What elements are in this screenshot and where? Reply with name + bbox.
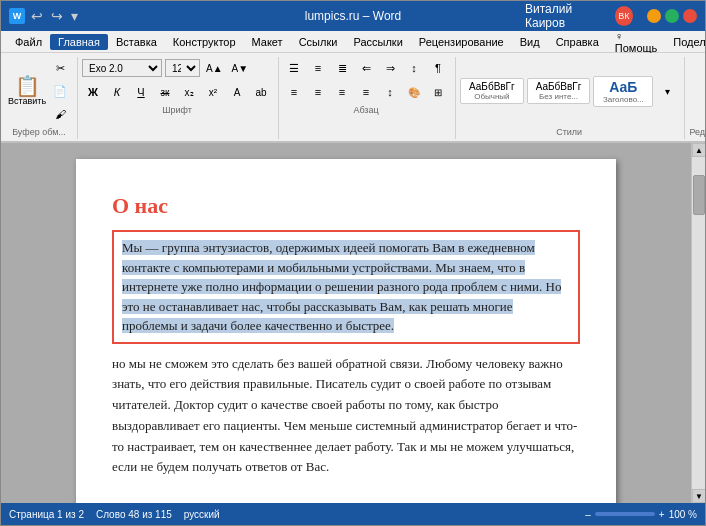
paste-button[interactable]: 📋 Вставить [7,69,47,113]
clipboard-group-label: Буфер обм... [7,127,71,137]
line-spacing-button[interactable]: ↕ [379,81,401,103]
titlebar-left: W ↩ ↪ ▾ [9,8,181,24]
para-row2: ≡ ≡ ≡ ≡ ↕ 🎨 ⊞ [283,81,449,103]
ribbon-group-paragraph: ☰ ≡ ≣ ⇐ ⇒ ↕ ¶ ≡ ≡ ≡ ≡ ↕ 🎨 ⊞ А [281,57,456,139]
menu-help[interactable]: Справка [548,34,607,50]
undo-button[interactable]: ↩ [31,8,43,24]
style-no-spacing-label: Без инте... [536,92,582,101]
menu-references[interactable]: Ссылки [291,34,346,50]
justify-button[interactable]: ≡ [355,81,377,103]
zoom-level: 100 % [669,509,697,520]
menu-file[interactable]: Файл [7,34,50,50]
increase-indent-button[interactable]: ⇒ [379,57,401,79]
italic-button[interactable]: К [106,81,128,103]
maximize-button[interactable] [665,9,679,23]
zoom-slider[interactable] [595,512,655,516]
word-icon: W [9,8,25,24]
decrease-font-button[interactable]: A▼ [229,57,252,79]
next-paragraph: но мы не сможем это сделать без вашей об… [112,354,580,479]
document-page: О нас Мы — группа энтузиастов, одержимых… [76,159,616,503]
styles-content: АаБбВвГг Обычный АаБбВвГг Без инте... Аа… [460,57,678,125]
style-no-spacing[interactable]: АаБбВвГг Без инте... [527,78,591,104]
numbering-button[interactable]: ≡ [307,57,329,79]
menu-review[interactable]: Рецензирование [411,34,512,50]
paste-label: Вставить [8,96,46,106]
style-heading-preview: АаБ [602,79,644,95]
user-avatar[interactable]: ВК [615,6,633,26]
subscript-button[interactable]: х₂ [178,81,200,103]
borders-button[interactable]: ⊞ [427,81,449,103]
font-group-label: Шрифт [82,105,272,115]
editing-content: 🔍 [689,57,706,125]
redo-button[interactable]: ↪ [51,8,63,24]
statusbar-right: – + 100 % [585,509,697,520]
scroll-track[interactable] [692,215,705,489]
sort-button[interactable]: ↕ [403,57,425,79]
paragraph-group-label: Абзац [283,105,449,115]
menu-share[interactable]: Поделиться [665,34,706,50]
zoom-controls: – + 100 % [585,509,697,520]
increase-font-button[interactable]: A▲ [203,57,226,79]
superscript-button[interactable]: х² [202,81,224,103]
font-size-select[interactable]: 12 [165,59,200,77]
ribbon-group-styles: АаБбВвГг Обычный АаБбВвГг Без инте... Аа… [458,57,685,139]
font-controls: Exo 2.0 12 A▲ A▼ Ж К Ч зк х₂ х² A ab [82,57,272,103]
menu-insert[interactable]: Вставка [108,34,165,50]
align-right-button[interactable]: ≡ [331,81,353,103]
selected-text-block: Мы — группа энтузиастов, одержимых идеей… [112,230,580,344]
highlight-button[interactable]: ab [250,81,272,103]
titlebar: W ↩ ↪ ▾ lumpics.ru – Word Виталий Каиров… [1,1,705,31]
menu-assist[interactable]: ♀ Помощь [607,28,666,56]
strikethrough-button[interactable]: зк [154,81,176,103]
window-title: lumpics.ru – Word [181,9,525,23]
minimize-button[interactable] [647,9,661,23]
align-left-button[interactable]: ≡ [283,81,305,103]
cut-button[interactable]: ✂ [49,57,71,79]
font-name-select[interactable]: Exo 2.0 [82,59,162,77]
scroll-down-button[interactable]: ▼ [692,489,705,503]
username-label: Виталий Каиров [525,2,609,30]
shading-button[interactable]: 🎨 [403,81,425,103]
selected-text: Мы — группа энтузиастов, одержимых идеей… [122,240,561,333]
menu-mailings[interactable]: Рассылки [345,34,410,50]
multilevel-list-button[interactable]: ≣ [331,57,353,79]
format-painter-button[interactable]: 🖌 [49,103,71,125]
para-row1: ☰ ≡ ≣ ⇐ ⇒ ↕ ¶ [283,57,449,79]
clipboard-mini-buttons: ✂ 📄 🖌 [49,57,71,125]
page-container: О нас Мы — группа энтузиастов, одержимых… [1,143,691,503]
close-button[interactable] [683,9,697,23]
main-window: W ↩ ↪ ▾ lumpics.ru – Word Виталий Каиров… [0,0,706,526]
bullets-button[interactable]: ☰ [283,57,305,79]
menu-home[interactable]: Главная [50,34,108,50]
statusbar: Страница 1 из 2 Слово 48 из 115 русский … [1,503,705,525]
underline-button[interactable]: Ч [130,81,152,103]
styles-more-button[interactable]: ▾ [656,80,678,102]
style-normal-preview: АаБбВвГг [469,81,515,92]
zoom-in-button[interactable]: + [659,509,665,520]
text-color-button[interactable]: A [226,81,248,103]
menubar: Файл Главная Вставка Конструктор Макет С… [1,31,705,53]
bold-button[interactable]: Ж [82,81,104,103]
quick-access-arrow[interactable]: ▾ [71,8,78,24]
style-no-spacing-preview: АаБбВвГг [536,81,582,92]
style-heading-label: Заголово... [602,95,644,104]
document-title: О нас [112,189,580,222]
style-normal[interactable]: АаБбВвГг Обычный [460,78,524,104]
ribbon-group-editing: 🔍 Редактирование [687,57,706,139]
menu-view[interactable]: Вид [512,34,548,50]
zoom-out-button[interactable]: – [585,509,591,520]
scroll-up-button[interactable]: ▲ [692,143,705,157]
vertical-scrollbar[interactable]: ▲ ▼ [691,143,705,503]
copy-button[interactable]: 📄 [49,80,71,102]
scroll-thumb[interactable] [693,175,705,215]
menu-design[interactable]: Конструктор [165,34,244,50]
paragraph-controls: ☰ ≡ ≣ ⇐ ⇒ ↕ ¶ ≡ ≡ ≡ ≡ ↕ 🎨 ⊞ [283,57,449,103]
editing-group-label: Редактирование [689,127,706,137]
menu-layout[interactable]: Макет [244,34,291,50]
style-heading1[interactable]: АаБ Заголово... [593,76,653,107]
word-count: Слово 48 из 115 [96,509,172,520]
font-row2: Ж К Ч зк х₂ х² A ab [82,81,272,103]
show-marks-button[interactable]: ¶ [427,57,449,79]
decrease-indent-button[interactable]: ⇐ [355,57,377,79]
align-center-button[interactable]: ≡ [307,81,329,103]
